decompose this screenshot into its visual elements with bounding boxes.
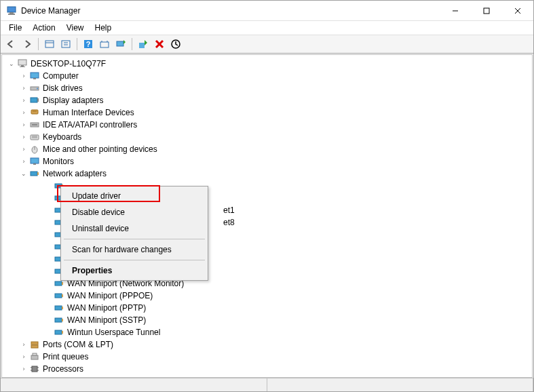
mouse-icon xyxy=(29,144,40,155)
svg-rect-18 xyxy=(139,43,145,48)
svg-rect-43 xyxy=(37,172,39,175)
tree-category-printq[interactable]: › Print queues xyxy=(5,351,532,363)
svg-rect-25 xyxy=(31,73,39,78)
disk-icon xyxy=(29,83,40,94)
svg-rect-23 xyxy=(21,65,24,66)
chevron-right-icon[interactable]: › xyxy=(20,365,28,373)
tree-label: IDE ATA/ATAPI controllers xyxy=(43,120,137,130)
chevron-right-icon[interactable]: › xyxy=(20,157,28,165)
tree-label: Mice and other pointing devices xyxy=(43,144,157,154)
app-icon xyxy=(6,5,17,16)
chevron-right-icon[interactable]: › xyxy=(20,96,28,104)
properties-button[interactable] xyxy=(58,37,73,52)
menu-help[interactable]: Help xyxy=(90,22,117,34)
chevron-right-icon[interactable]: › xyxy=(20,84,28,92)
svg-rect-7 xyxy=(45,41,54,47)
uninstall-device-button[interactable] xyxy=(152,37,167,52)
tree-item-wan-pptp[interactable]: WAN Miniport (PPTP) xyxy=(5,302,532,314)
update-driver-button[interactable] xyxy=(113,37,128,52)
svg-text:?: ? xyxy=(86,40,91,48)
back-button[interactable] xyxy=(3,37,18,52)
tree-category-network[interactable]: ⌄ Network adapters xyxy=(5,168,532,180)
tree-category-ports[interactable]: › Ports (COM & LPT) xyxy=(5,338,532,351)
tree-label: WAN Miniport (SSTP) xyxy=(67,315,146,325)
close-button[interactable] xyxy=(502,1,533,21)
tree-category-processors[interactable]: › Processors xyxy=(5,363,532,375)
chevron-down-icon[interactable]: ⌄ xyxy=(20,170,28,178)
keyboard-icon xyxy=(29,132,40,142)
tree-label: Human Interface Devices xyxy=(43,108,134,117)
menu-view[interactable]: View xyxy=(61,22,90,34)
tree-label: DESKTOP-L10Q77F xyxy=(31,59,106,68)
chevron-right-icon[interactable]: › xyxy=(20,353,28,361)
chevron-right-icon[interactable]: › xyxy=(20,121,28,129)
chevron-down-icon[interactable]: ⌄ xyxy=(7,60,16,68)
tree-label: Computer xyxy=(43,71,79,81)
network-adapter-icon xyxy=(54,327,64,338)
context-menu-scan[interactable]: Scan for hardware changes xyxy=(62,241,206,258)
computer-icon xyxy=(17,58,28,69)
monitor-icon xyxy=(29,156,40,167)
svg-rect-1 xyxy=(9,12,14,14)
tree-item-wintun[interactable]: Wintun Userspace Tunnel xyxy=(5,326,532,338)
tree-category-keyboards[interactable]: › Keyboards xyxy=(5,131,532,143)
titlebar: Device Manager xyxy=(1,1,533,21)
svg-rect-26 xyxy=(33,78,36,79)
tree-category-ide[interactable]: › IDE ATA/ATAPI controllers xyxy=(5,119,532,131)
svg-rect-2 xyxy=(8,14,15,15)
tree-category-disk[interactable]: › Disk drives xyxy=(5,82,532,94)
network-adapter-icon xyxy=(54,290,64,301)
svg-rect-73 xyxy=(33,353,37,355)
tree-category-hid[interactable]: › Human Interface Devices xyxy=(5,106,532,119)
menubar: File Action View Help xyxy=(1,21,533,35)
menu-file[interactable]: File xyxy=(3,22,27,34)
context-menu: Update driver Disable device Uninstall d… xyxy=(60,186,208,281)
chevron-right-icon[interactable]: › xyxy=(20,340,28,349)
svg-point-28 xyxy=(37,88,38,90)
scan-hardware-button[interactable] xyxy=(97,37,112,52)
show-hide-console-button[interactable] xyxy=(42,37,57,52)
menu-action[interactable]: Action xyxy=(27,22,60,34)
help-button[interactable]: ? xyxy=(81,37,96,52)
svg-rect-40 xyxy=(31,158,39,163)
context-menu-properties[interactable]: Properties xyxy=(62,262,206,279)
enable-device-button[interactable] xyxy=(136,37,151,52)
context-menu-update-driver[interactable]: Update driver xyxy=(62,188,206,204)
context-menu-disable-device[interactable]: Disable device xyxy=(62,204,206,220)
forward-button[interactable] xyxy=(20,37,35,52)
statusbar-cell xyxy=(267,378,534,391)
svg-rect-30 xyxy=(37,98,39,102)
svg-rect-74 xyxy=(32,366,37,372)
svg-rect-29 xyxy=(31,98,37,102)
tree-category-monitors[interactable]: › Monitors xyxy=(5,155,532,168)
display-adapter-icon xyxy=(29,95,40,106)
context-menu-uninstall-device[interactable]: Uninstall device xyxy=(62,220,206,237)
tree-category-display[interactable]: › Display adapters xyxy=(5,94,532,106)
svg-rect-9 xyxy=(62,41,70,47)
context-menu-separator xyxy=(64,239,205,239)
svg-rect-17 xyxy=(117,41,123,46)
tree-label: Monitors xyxy=(43,157,74,166)
statusbar xyxy=(1,378,533,391)
tree-category-mice[interactable]: › Mice and other pointing devices xyxy=(5,143,532,155)
ports-icon xyxy=(29,339,40,350)
svg-rect-4 xyxy=(484,8,489,14)
window-title: Device Manager xyxy=(21,6,440,16)
chevron-right-icon[interactable]: › xyxy=(20,145,28,153)
printer-icon xyxy=(29,351,40,362)
context-menu-separator xyxy=(64,260,205,260)
tree-category-computer[interactable]: › Computer xyxy=(5,70,532,82)
svg-rect-67 xyxy=(62,319,63,321)
chevron-right-icon[interactable]: › xyxy=(20,133,28,141)
svg-rect-68 xyxy=(55,330,62,334)
disable-device-button[interactable] xyxy=(168,37,183,52)
tree-item-wan-sstp[interactable]: WAN Miniport (SSTP) xyxy=(5,314,532,326)
chevron-right-icon[interactable]: › xyxy=(20,72,28,80)
svg-rect-61 xyxy=(62,282,63,285)
tree-item-wan-pppoe[interactable]: WAN Miniport (PPPOE) xyxy=(5,290,532,302)
tree-root[interactable]: ⌄ DESKTOP-L10Q77F xyxy=(5,58,532,70)
maximize-button[interactable] xyxy=(471,1,502,21)
chevron-right-icon[interactable]: › xyxy=(20,109,28,117)
minimize-button[interactable] xyxy=(440,1,471,21)
svg-rect-41 xyxy=(33,163,36,165)
